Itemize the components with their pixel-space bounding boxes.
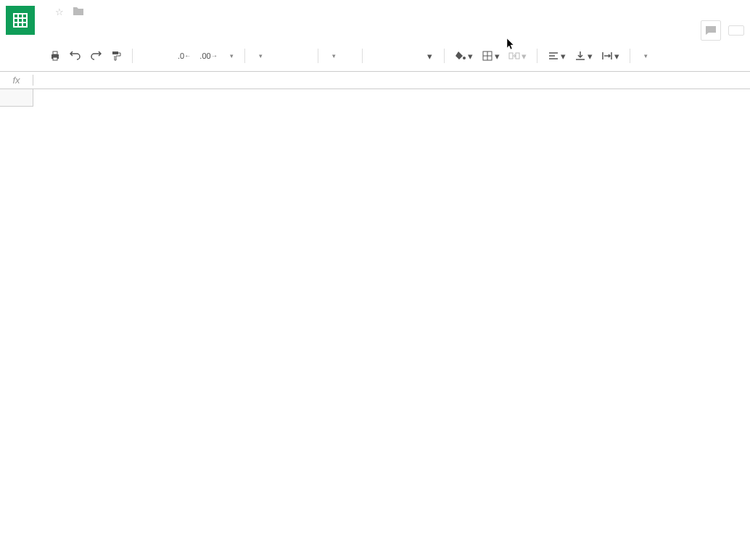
formula-input[interactable]: [33, 73, 750, 87]
more-button[interactable]: ▾: [638, 50, 651, 62]
formula-bar: fx: [0, 72, 750, 89]
chat-icon[interactable]: [701, 20, 721, 41]
italic-button[interactable]: [387, 46, 402, 65]
bold-button[interactable]: [370, 46, 384, 65]
vertical-align-icon[interactable]: ▾: [572, 46, 596, 65]
sheets-app-icon[interactable]: [6, 6, 35, 35]
format-currency[interactable]: [140, 46, 154, 65]
merge-cells-icon[interactable]: ▾: [506, 46, 529, 65]
svg-rect-6: [53, 52, 57, 54]
text-wrap-icon[interactable]: ▾: [598, 46, 622, 65]
decrease-decimal-icon[interactable]: .0←: [175, 46, 194, 65]
increase-decimal-icon[interactable]: .00→: [197, 46, 220, 65]
strikethrough-button[interactable]: [405, 46, 419, 65]
svg-point-9: [463, 57, 466, 59]
number-format-select[interactable]: ▾: [223, 50, 237, 62]
svg-rect-14: [516, 53, 519, 59]
svg-rect-7: [53, 57, 57, 60]
font-size-select[interactable]: ▾: [326, 50, 355, 62]
text-color-button[interactable]: ▾: [422, 46, 437, 65]
redo-icon[interactable]: [87, 46, 104, 65]
print-icon[interactable]: [46, 46, 64, 65]
svg-rect-0: [14, 14, 27, 27]
star-icon[interactable]: ☆: [55, 7, 64, 17]
format-percent[interactable]: [157, 46, 172, 65]
paint-format-icon[interactable]: [107, 46, 125, 65]
fx-icon: fx: [0, 75, 33, 86]
toolbar: .0← .00→ ▾ ▾ ▾ ▾ ▾ ▾ ▾ ▾ ▾ ▾ ▾: [0, 41, 750, 72]
fill-color-icon[interactable]: ▾: [452, 46, 476, 65]
undo-icon[interactable]: [67, 46, 84, 65]
horizontal-align-icon[interactable]: ▾: [545, 46, 569, 65]
svg-rect-13: [509, 53, 513, 59]
folder-icon[interactable]: [73, 6, 84, 18]
font-select[interactable]: ▾: [252, 50, 310, 62]
borders-icon[interactable]: ▾: [479, 46, 503, 65]
comments-button[interactable]: [728, 25, 744, 36]
svg-rect-8: [112, 52, 118, 54]
select-all-corner[interactable]: [0, 89, 33, 107]
